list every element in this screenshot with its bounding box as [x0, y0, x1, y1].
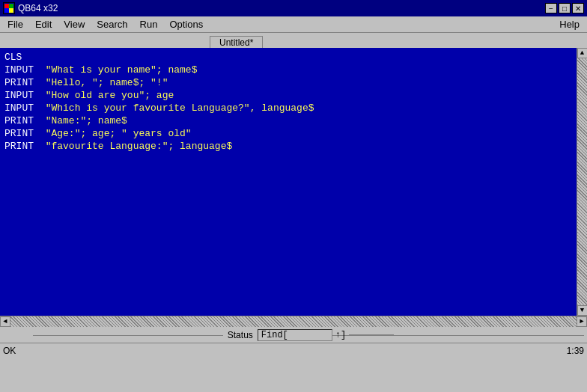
menu-options[interactable]: Options [163, 17, 209, 31]
ok-status: OK [3, 346, 16, 356]
scroll-right-arrow[interactable]: ► [577, 316, 587, 327]
scroll-track-bottom[interactable] [10, 316, 577, 327]
menu-edit[interactable]: Edit [29, 17, 58, 31]
menu-file[interactable]: File [1, 17, 29, 31]
find-arrow[interactable]: ↑] [332, 330, 349, 340]
status-center: Status Find[ ↑] [33, 329, 584, 341]
menu-search[interactable]: Search [91, 17, 133, 31]
title-bar: QB64 x32 − □ ✕ [0, 0, 587, 16]
scroll-up-arrow[interactable]: ▲ [577, 48, 588, 58]
cursor-position: 1:39 [567, 346, 584, 356]
app-icon [3, 2, 15, 14]
titlebar-left: QB64 x32 [3, 2, 58, 14]
status-label: Status [223, 330, 258, 340]
menu-run[interactable]: Run [134, 17, 164, 31]
find-box[interactable]: Find[ [258, 329, 332, 341]
titlebar-title: QB64 x32 [18, 3, 58, 13]
scroll-left-arrow[interactable]: ◄ [0, 316, 10, 327]
svg-rect-1 [4, 4, 9, 8]
status-bar: Status Find[ ↑] [0, 326, 587, 343]
minimize-button[interactable]: − [545, 3, 557, 13]
scrollbar-bottom[interactable]: ◄ ► [0, 316, 587, 326]
menu-view[interactable]: View [58, 17, 91, 31]
menu-bar: File Edit View Search Run Options Help [0, 16, 587, 33]
tab-bar: Untitled* [0, 33, 587, 48]
scroll-track-right[interactable] [577, 58, 588, 305]
maximize-button[interactable]: □ [559, 3, 571, 13]
svg-rect-4 [9, 8, 13, 13]
code-content[interactable]: CLS INPUT "What is your name"; name$ PRI… [0, 48, 587, 156]
close-button[interactable]: ✕ [572, 3, 584, 13]
titlebar-buttons: − □ ✕ [545, 3, 584, 13]
info-bar: OK 1:39 [0, 343, 587, 358]
status-line-right [349, 334, 394, 335]
scrollbar-right[interactable]: ▲ ▼ [577, 48, 587, 316]
svg-rect-2 [9, 4, 13, 8]
menu-help[interactable]: Help [553, 17, 586, 31]
editor-area[interactable]: CLS INPUT "What is your name"; name$ PRI… [0, 48, 587, 316]
scroll-down-arrow[interactable]: ▼ [577, 305, 588, 316]
tab-untitled[interactable]: Untitled* [210, 36, 263, 49]
svg-rect-3 [4, 8, 9, 13]
